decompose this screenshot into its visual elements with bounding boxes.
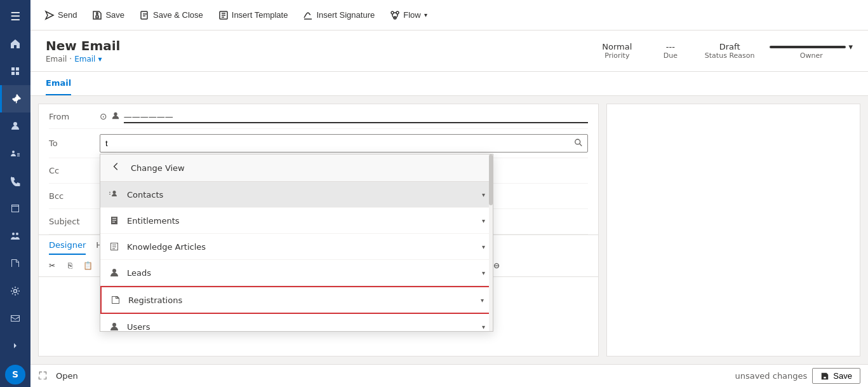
- svg-point-13: [114, 112, 117, 115]
- dropdown-back-button[interactable]: [108, 161, 124, 175]
- sidebar-item-recent[interactable]: [0, 57, 30, 85]
- svg-rect-17: [109, 194, 110, 194]
- sidebar-item-settings[interactable]: [0, 277, 30, 304]
- content-area: From ⊙ —————— To: [30, 96, 868, 364]
- editor-copy[interactable]: ⎘: [62, 257, 78, 274]
- to-input[interactable]: [100, 134, 588, 153]
- page-header: New Email Email · Email ▾ Normal Priorit…: [30, 31, 868, 72]
- expand-icon[interactable]: [38, 370, 47, 381]
- from-clock-icon: ⊙: [100, 111, 107, 121]
- dropdown-item-users[interactable]: Users ▾: [100, 314, 493, 332]
- sidebar-item-contacts[interactable]: [0, 140, 30, 167]
- svg-point-10: [391, 11, 394, 14]
- entitlements-label: Entitlements: [127, 216, 476, 226]
- change-view-label: Change View: [131, 163, 185, 173]
- knowledge-articles-chevron: ▾: [482, 243, 485, 250]
- change-view-row[interactable]: Change View: [100, 154, 493, 182]
- svg-point-14: [575, 139, 580, 144]
- svg-rect-3: [16, 72, 19, 75]
- svg-line-15: [580, 144, 582, 146]
- owner-chevron[interactable]: ▾: [848, 42, 853, 51]
- bottom-bar-left: Open: [38, 369, 83, 383]
- save-button[interactable]: Save: [86, 6, 131, 24]
- tab-designer[interactable]: Designer: [49, 240, 86, 255]
- bottom-bar: Open unsaved changes Save: [30, 364, 868, 387]
- leads-icon: [108, 266, 121, 279]
- to-field-wrapper: Change View Contacts ▾: [100, 134, 588, 153]
- sidebar-item-user-avatar[interactable]: S: [5, 365, 25, 384]
- users-chevron: ▾: [482, 323, 485, 330]
- bottom-bar-right: unsaved changes Save: [735, 368, 860, 384]
- sidebar-item-mail[interactable]: [0, 304, 30, 332]
- from-value: ——————: [124, 109, 588, 123]
- svg-point-19: [112, 323, 116, 327]
- dropdown-item-entitlements[interactable]: Entitlements ▾: [100, 208, 493, 234]
- unsaved-changes-label: unsaved changes: [735, 371, 807, 381]
- toolbar: Send Save Save & Close Insert Template I…: [30, 0, 868, 31]
- entitlements-icon: [108, 214, 121, 227]
- form-fields: From ⊙ —————— To: [39, 104, 598, 234]
- sidebar-item-user-profile[interactable]: [0, 112, 30, 140]
- form-tabs: Email: [30, 72, 868, 96]
- editor-paste[interactable]: 📋: [79, 257, 96, 274]
- sidebar-item-expand[interactable]: [0, 332, 30, 359]
- tab-email[interactable]: Email: [46, 72, 71, 95]
- entitlements-chevron: ▾: [482, 217, 485, 224]
- owner-value: [770, 46, 846, 48]
- sidebar-item-phone[interactable]: [0, 167, 30, 194]
- users-icon: [108, 320, 121, 332]
- svg-rect-16: [109, 192, 110, 193]
- sidebar-item-activities[interactable]: [0, 194, 30, 222]
- svg-rect-1: [16, 67, 19, 71]
- to-row: To Change: [49, 129, 588, 158]
- sidebar-item-people[interactable]: [0, 222, 30, 250]
- main-area: Send Save Save & Close Insert Template I…: [30, 0, 868, 387]
- svg-point-11: [396, 11, 399, 14]
- leads-chevron: ▾: [482, 269, 485, 276]
- svg-point-6: [16, 233, 18, 235]
- flow-button[interactable]: Flow ▾: [384, 6, 433, 24]
- save-close-button[interactable]: Save & Close: [133, 6, 210, 24]
- svg-point-5: [12, 233, 15, 235]
- dropdown-item-contacts[interactable]: Contacts ▾: [100, 182, 493, 208]
- bottom-save-button[interactable]: Save: [812, 368, 860, 384]
- contacts-label: Contacts: [127, 190, 476, 200]
- dropdown-item-registrations[interactable]: Registrations ▾: [100, 286, 493, 314]
- svg-point-4: [13, 122, 17, 126]
- priority-field: Normal Priority: [598, 42, 636, 60]
- contacts-chevron: ▾: [482, 191, 485, 198]
- registrations-label: Registrations: [128, 295, 474, 305]
- send-button[interactable]: Send: [38, 6, 83, 24]
- registrations-chevron: ▾: [481, 297, 484, 304]
- knowledge-articles-icon: [108, 240, 121, 253]
- dropdown-item-leads[interactable]: Leads ▾: [100, 260, 493, 286]
- sidebar-item-menu[interactable]: ☰: [0, 3, 30, 30]
- svg-point-18: [112, 269, 116, 273]
- header-subtitle: Email · Email ▾: [46, 55, 120, 64]
- dropdown-item-knowledge-articles[interactable]: Knowledge Articles ▾: [100, 234, 493, 260]
- sidebar-item-home[interactable]: [0, 30, 30, 57]
- insert-signature-button[interactable]: Insert Signature: [297, 6, 381, 24]
- header-fields: Normal Priority --- Due Draft Status Rea…: [598, 42, 853, 60]
- from-person-icon: [111, 111, 120, 122]
- to-search-icon: [574, 138, 583, 149]
- page-title: New Email: [46, 38, 120, 53]
- insert-template-button[interactable]: Insert Template: [212, 6, 295, 24]
- email-form-panel: From ⊙ —————— To: [38, 104, 599, 356]
- registrations-icon: [109, 294, 122, 306]
- due-field: --- Due: [651, 42, 690, 60]
- sidebar-item-pinned[interactable]: [0, 85, 30, 112]
- sidebar: ☰ S: [0, 0, 30, 387]
- status-field: Draft Status Reason: [705, 42, 755, 60]
- sidebar-item-notes[interactable]: [0, 250, 30, 277]
- subtitle-chevron[interactable]: ▾: [98, 55, 102, 64]
- open-button[interactable]: Open: [51, 369, 83, 383]
- svg-point-7: [14, 289, 17, 292]
- flow-dropdown-icon: ▾: [424, 11, 427, 18]
- leads-label: Leads: [127, 268, 476, 278]
- right-panel: [606, 104, 860, 356]
- dropdown-scroll-thumb: [489, 154, 493, 205]
- dropdown-scrollbar[interactable]: [489, 154, 493, 331]
- editor-cut[interactable]: ✂: [44, 257, 60, 274]
- users-label: Users: [127, 322, 476, 332]
